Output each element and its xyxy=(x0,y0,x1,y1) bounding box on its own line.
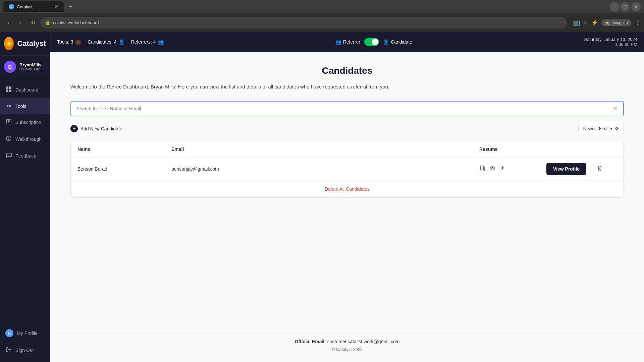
cast-icon[interactable]: 📺 xyxy=(573,19,580,26)
candidates-stat-icon: 👤 xyxy=(119,39,124,45)
svg-rect-1 xyxy=(6,86,8,89)
candidate-toggle-label: 👤 Candidate xyxy=(383,39,412,45)
browser-chrome: C Catalyst ✕ + ─ □ ✕ ‹ › ↻ 🔒 catalist.wo… xyxy=(0,0,644,32)
col-name: Name xyxy=(77,146,171,152)
candidates-stat: Candidates: 4 👤 xyxy=(88,39,124,45)
delete-all-row: Delete All Candidates xyxy=(71,181,624,197)
view-resume-button[interactable] xyxy=(489,165,495,173)
back-button[interactable]: ‹ xyxy=(4,18,13,27)
candidates-table: Name Email Resume Benson Barad bensonjay… xyxy=(70,141,624,198)
feedback-icon xyxy=(5,152,12,160)
col-resume: Resume xyxy=(479,146,546,152)
refresh-button[interactable]: ↻ xyxy=(28,18,38,27)
header-stats: Tools: 3 💼 Candidates: 4 👤 Referrers: 4 … xyxy=(57,39,164,45)
view-profile-cell: View Profile xyxy=(546,163,597,175)
candidate-email: bensonjay@gmail.com xyxy=(171,166,479,172)
sign-out-label: Sign Out xyxy=(15,348,34,353)
user-name: BryanMills xyxy=(19,62,46,67)
tools-stat-icon: 💼 xyxy=(75,39,81,45)
close-button[interactable]: ✕ xyxy=(631,2,641,11)
sidebar-item-label: Dashboard xyxy=(15,87,39,93)
address-bar[interactable]: 🔒 catalist.work/dashboard xyxy=(40,17,567,28)
logo-text: Catalyst xyxy=(17,39,46,48)
tab-close-button[interactable]: ✕ xyxy=(54,4,58,9)
browser-tab[interactable]: C Catalyst ✕ xyxy=(3,1,64,12)
sidebar-item-subscription[interactable]: Subscription xyxy=(0,114,50,131)
candidates-toolbar: + Add New Candidate Newest First ▾ ⟳ xyxy=(70,123,624,134)
download-resume-button[interactable] xyxy=(499,165,505,173)
bookmark-icon[interactable]: ☆ xyxy=(583,19,588,26)
add-candidate-button[interactable]: + Add New Candidate xyxy=(70,125,122,132)
referrers-stat-label: Referrers: 4 xyxy=(131,39,156,45)
minimize-button[interactable]: ─ xyxy=(610,2,619,11)
add-candidate-label: Add New Candidate xyxy=(80,126,122,131)
toggle-knob xyxy=(372,39,378,45)
sidebar-item-my-profile[interactable]: B My Profile xyxy=(0,324,50,342)
delete-row-button[interactable] xyxy=(597,165,603,173)
delete-all-button[interactable]: Delete All Candidates xyxy=(325,186,370,192)
sidebar-item-feedback[interactable]: Feedback xyxy=(0,147,50,164)
sidebar-item-label: Subscription xyxy=(15,120,41,125)
refresh-sort-icon: ⟳ xyxy=(615,126,619,131)
url-display: catalist.work/dashboard xyxy=(53,20,99,25)
header-toggle: 👥 Referrer 👤 Candidate xyxy=(335,38,412,46)
incognito-label: Incognito xyxy=(611,20,628,25)
walkthrough-icon xyxy=(5,135,12,143)
menu-icon[interactable]: ⋮ xyxy=(635,19,640,26)
sort-dropdown[interactable]: Newest First ▾ ⟳ xyxy=(578,123,624,134)
sort-label: Newest First xyxy=(583,126,607,131)
forward-button[interactable]: › xyxy=(16,18,25,27)
col-action xyxy=(546,146,597,152)
window-controls: ─ □ ✕ xyxy=(610,2,641,11)
chevron-down-icon: ▾ xyxy=(610,126,612,131)
copy-resume-button[interactable] xyxy=(479,165,485,173)
main-content: Candidates Welcome to the Refree Dashboa… xyxy=(50,52,644,362)
search-clear-button[interactable]: ✕ xyxy=(613,105,618,112)
logo-icon xyxy=(4,37,14,50)
mode-toggle[interactable] xyxy=(364,38,379,46)
sidebar-item-label: Walkthrough xyxy=(15,136,42,142)
referrer-icon: 👥 xyxy=(335,39,341,45)
sidebar-item-tools[interactable]: ✂ Tools xyxy=(0,98,50,114)
new-tab-button[interactable]: + xyxy=(69,3,73,10)
tools-stat-label: Tools: 3 xyxy=(57,39,73,45)
browser-titlebar: C Catalyst ✕ + ─ □ ✕ xyxy=(0,0,644,13)
page-description: Welcome to the Refree Dashboard, Bryan M… xyxy=(70,83,624,91)
tab-favicon: C xyxy=(9,4,14,9)
sidebar-nav: Dashboard ✂ Tools Subscription xyxy=(0,78,50,321)
table-header: Name Email Resume xyxy=(71,141,624,158)
user-info: BryanMills bry.mills01@gmail.com xyxy=(19,62,46,71)
referrer-toggle-label: 👥 Referrer xyxy=(335,39,360,45)
subscription-icon xyxy=(5,119,12,126)
user-avatar: B xyxy=(4,61,16,73)
footer-copyright: © Catalyst 2023 xyxy=(60,347,634,352)
delete-cell xyxy=(597,165,617,173)
candidates-stat-label: Candidates: 4 xyxy=(88,39,116,45)
page-title: Candidates xyxy=(70,65,624,76)
sidebar-bottom: B My Profile Sign Out xyxy=(0,321,50,362)
add-icon: + xyxy=(70,125,78,132)
lock-icon: 🔒 xyxy=(45,20,50,25)
sidebar-item-walkthrough[interactable]: Walkthrough xyxy=(0,131,50,147)
header-date: Saturday, January 13, 2024 xyxy=(584,37,637,42)
content-wrapper: Tools: 3 💼 Candidates: 4 👤 Referrers: 4 … xyxy=(50,32,644,362)
referrers-stat: Referrers: 4 👥 xyxy=(131,39,164,45)
sidebar-item-sign-out[interactable]: Sign Out xyxy=(0,342,50,359)
header-bar: Tools: 3 💼 Candidates: 4 👤 Referrers: 4 … xyxy=(50,32,644,52)
svg-rect-2 xyxy=(9,86,11,89)
svg-point-17 xyxy=(492,168,493,169)
browser-actions: 📺 ☆ ⚡ 🕵 Incognito ⋮ xyxy=(573,19,640,26)
footer-email-label: Official Email: xyxy=(295,339,326,344)
sidebar: Catalyst B BryanMills bry.mills01@gmail.… xyxy=(0,32,50,362)
sidebar-item-dashboard[interactable]: Dashboard xyxy=(0,81,50,98)
dashboard-icon xyxy=(5,86,12,94)
extensions-icon[interactable]: ⚡ xyxy=(591,19,598,26)
svg-point-11 xyxy=(8,139,9,140)
referrers-stat-icon: 👥 xyxy=(158,39,164,45)
maximize-button[interactable]: □ xyxy=(621,2,630,11)
search-input[interactable] xyxy=(76,106,613,111)
sign-out-icon xyxy=(5,347,12,354)
candidate-icon: 👤 xyxy=(383,39,389,45)
view-profile-button[interactable]: View Profile xyxy=(546,163,586,175)
search-bar: ✕ xyxy=(70,101,624,116)
